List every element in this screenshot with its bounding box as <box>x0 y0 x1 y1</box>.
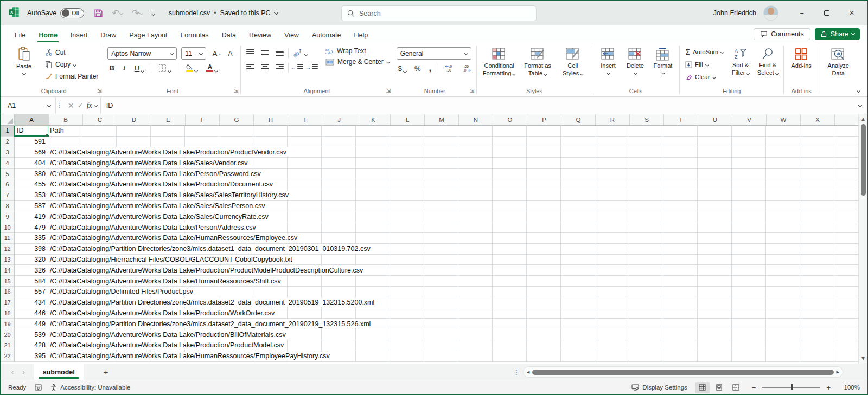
tab-file[interactable]: File <box>8 28 32 42</box>
row-header-7[interactable]: 7 <box>1 190 15 200</box>
scrollbar-resize-handle[interactable]: ⋮ <box>513 368 520 376</box>
zoom-in-button[interactable]: + <box>825 383 832 393</box>
share-button[interactable]: Share <box>815 28 860 40</box>
cell-A4[interactable]: 404 <box>15 158 48 168</box>
column-header-P[interactable]: P <box>527 114 561 125</box>
align-right-button[interactable] <box>273 62 286 73</box>
find-select-button[interactable]: Find &Select <box>755 46 780 77</box>
column-header-H[interactable]: H <box>254 114 288 125</box>
column-header-R[interactable]: R <box>596 114 630 125</box>
cell-B10[interactable]: /C://DataCataloging/AdventureWorks Data … <box>48 222 858 232</box>
italic-button[interactable]: I <box>122 63 127 73</box>
cell-A13[interactable]: 320 <box>15 255 48 265</box>
column-header-B[interactable]: B <box>49 114 83 125</box>
comments-button[interactable]: Comments <box>754 28 810 40</box>
cell-A18[interactable]: 446 <box>15 308 48 319</box>
borders-button[interactable] <box>157 63 173 73</box>
close-button[interactable]: × <box>840 4 863 22</box>
dialog-launcher-icon[interactable]: ⇲ <box>234 88 238 94</box>
row-header-15[interactable]: 15 <box>1 276 15 286</box>
fill-color-button[interactable] <box>184 63 199 73</box>
row-header-1[interactable]: 1 <box>1 126 15 136</box>
column-header-E[interactable]: E <box>151 114 186 125</box>
font-color-button[interactable]: A <box>205 63 219 73</box>
page-layout-view-button[interactable] <box>712 382 726 393</box>
column-header-X[interactable]: X <box>801 114 835 125</box>
select-all-corner[interactable] <box>1 114 15 125</box>
normal-view-button[interactable] <box>695 382 710 393</box>
tab-formulas[interactable]: Formulas <box>174 28 215 42</box>
redo-button[interactable]: ↷ <box>130 8 143 19</box>
vertical-scroll-thumb[interactable] <box>861 124 866 196</box>
column-header-O[interactable]: O <box>493 114 527 125</box>
row-header-19[interactable]: 19 <box>1 319 15 329</box>
decrease-decimal-button[interactable]: .00.0 <box>461 64 473 73</box>
avatar[interactable] <box>763 5 778 21</box>
cell-B7[interactable]: /C://DataCataloging/AdventureWorks Data … <box>48 190 858 200</box>
row-header-14[interactable]: 14 <box>1 265 15 275</box>
row-header-22[interactable]: 22 <box>1 351 15 361</box>
zoom-level[interactable]: 100% <box>839 384 860 391</box>
accessibility-status[interactable]: Accessibility: Unavailable <box>50 384 130 391</box>
column-header-I[interactable]: I <box>288 114 322 125</box>
row-header-8[interactable]: 8 <box>1 201 15 211</box>
bottom-align-button[interactable] <box>273 47 286 59</box>
column-header-A[interactable]: A <box>15 114 49 125</box>
sort-filter-button[interactable]: AZ Sort &Filter <box>728 46 753 77</box>
column-header-W[interactable]: W <box>767 114 801 125</box>
cell-B13[interactable]: /C://DataCataloging/Hierrachical Files/C… <box>48 255 858 265</box>
cell-A20[interactable]: 539 <box>15 329 48 340</box>
zoom-slider[interactable] <box>762 387 820 387</box>
cell-B18[interactable]: /C://DataCataloging/AdventureWorks Data … <box>48 308 858 319</box>
row-header-13[interactable]: 13 <box>1 255 15 265</box>
dialog-launcher-icon[interactable]: ⇲ <box>97 88 101 94</box>
undo-button[interactable]: ↶ <box>111 8 124 19</box>
comma-format-button[interactable]: , <box>427 63 433 74</box>
grow-font-button[interactable]: Aˆ <box>210 49 222 59</box>
horizontal-scrollbar[interactable]: ◀ ▶ <box>523 366 843 378</box>
cell-B8[interactable]: /C://DataCataloging/AdventureWorks Data … <box>48 201 858 211</box>
cell-A9[interactable]: 419 <box>15 211 48 222</box>
tab-data[interactable]: Data <box>215 28 242 42</box>
cell-A14[interactable]: 326 <box>15 265 48 275</box>
cell-A3[interactable]: 569 <box>15 147 48 158</box>
addins-button[interactable]: Add-ins <box>787 46 815 70</box>
copy-button[interactable]: Copy <box>43 59 78 70</box>
tab-review[interactable]: Review <box>242 28 278 42</box>
cell-A11[interactable]: 335 <box>15 233 48 243</box>
formula-bar-handle[interactable]: ⋮ <box>56 97 63 114</box>
shrink-font-button[interactable]: Aˇ <box>226 49 237 58</box>
increase-decimal-button[interactable]: .0.00 <box>443 64 456 73</box>
autosave-toggle[interactable]: AutoSave Off <box>27 8 84 18</box>
row-header-10[interactable]: 10 <box>1 222 15 232</box>
column-header-L[interactable]: L <box>391 114 425 125</box>
cell-A16[interactable]: 557 <box>15 287 48 297</box>
underline-button[interactable]: U <box>133 63 146 73</box>
clear-button[interactable]: Clear <box>683 72 726 82</box>
column-header-G[interactable]: G <box>220 114 254 125</box>
cell-B15[interactable]: /C://DataCataloging/AdventureWorks Data … <box>48 276 858 286</box>
insert-function-button[interactable]: fx <box>86 100 93 111</box>
top-align-button[interactable] <box>244 47 257 59</box>
tab-view[interactable]: View <box>278 28 305 42</box>
dialog-launcher-icon[interactable]: ⇲ <box>470 88 474 94</box>
cell-B22[interactable]: /C://DataCataloging/AdventureWorks Data … <box>48 351 858 361</box>
customize-qat-button[interactable] <box>150 10 157 16</box>
next-sheet-button[interactable]: › <box>22 368 24 376</box>
row-header-5[interactable]: 5 <box>1 169 15 179</box>
cell-B21[interactable]: /C://DataCataloging/AdventureWorks Data … <box>48 340 858 351</box>
cell-A22[interactable]: 395 <box>15 351 48 361</box>
expand-formula-bar-button[interactable] <box>858 103 861 107</box>
cell-A10[interactable]: 479 <box>15 222 48 232</box>
cell-A1[interactable]: ID <box>15 126 48 136</box>
cell-A12[interactable]: 398 <box>15 244 48 254</box>
cancel-entry-button[interactable]: ✕ <box>67 100 75 111</box>
zoom-out-button[interactable]: − <box>751 383 757 393</box>
column-header-N[interactable]: N <box>459 114 493 125</box>
document-title[interactable]: submodel.csv • Saved to this PC <box>169 9 278 17</box>
align-center-button[interactable] <box>259 62 271 73</box>
cell-B16[interactable]: /C://DataCataloging/Delimited Files/Prod… <box>48 287 858 297</box>
row-header-21[interactable]: 21 <box>1 340 15 351</box>
column-header-T[interactable]: T <box>664 114 698 125</box>
formula-input[interactable]: ID <box>101 97 852 114</box>
